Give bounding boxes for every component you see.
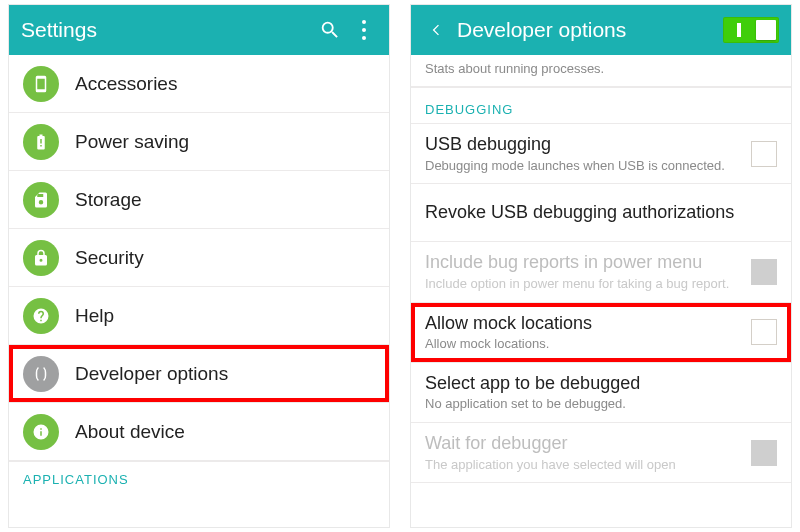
item-revoke-usb-auth[interactable]: Revoke USB debugging authorizations [411,184,791,242]
item-subtitle: Include option in power menu for taking … [425,276,741,292]
settings-item-developer-options[interactable]: Developer options [9,345,389,403]
settings-item-label: About device [75,421,185,443]
search-icon[interactable] [317,17,343,43]
checkbox[interactable] [751,319,777,345]
settings-item-label: Developer options [75,363,228,385]
about-icon [23,414,59,450]
item-subtitle: Stats about running processes. [425,61,777,77]
devopts-master-toggle[interactable] [723,17,779,43]
devopts-appbar: Developer options [411,5,791,55]
item-title: Allow mock locations [425,313,741,335]
accessories-icon [23,66,59,102]
section-applications: APPLICATIONS [9,461,389,493]
item-allow-mock-locations[interactable]: Allow mock locations Allow mock location… [411,303,791,363]
checkbox-disabled [751,259,777,285]
item-select-debug-app[interactable]: Select app to be debugged No application… [411,363,791,423]
settings-title: Settings [21,18,309,42]
settings-list: Accessories Power saving Storage Securit… [9,55,389,527]
item-bug-reports-power-menu: Include bug reports in power menu Includ… [411,242,791,302]
checkbox-disabled [751,440,777,466]
settings-item-storage[interactable]: Storage [9,171,389,229]
settings-appbar: Settings [9,5,389,55]
developer-options-screen: Developer options Process stats Stats ab… [410,4,792,528]
settings-item-power-saving[interactable]: Power saving [9,113,389,171]
overflow-menu-icon[interactable] [351,17,377,43]
item-title: Select app to be debugged [425,373,777,395]
back-icon[interactable] [423,17,449,43]
settings-screen: Settings Accessories Power saving Storag… [8,4,390,528]
settings-item-label: Security [75,247,144,269]
item-title: Wait for debugger [425,433,741,455]
settings-item-about-device[interactable]: About device [9,403,389,461]
settings-item-label: Help [75,305,114,327]
battery-icon [23,124,59,160]
settings-item-label: Storage [75,189,142,211]
item-usb-debugging[interactable]: USB debugging Debugging mode launches wh… [411,124,791,184]
settings-item-accessories[interactable]: Accessories [9,55,389,113]
developer-icon [23,356,59,392]
item-title: Include bug reports in power menu [425,252,741,274]
item-wait-for-debugger: Wait for debugger The application you ha… [411,423,791,483]
devopts-title: Developer options [457,18,715,42]
storage-icon [23,182,59,218]
settings-item-label: Power saving [75,131,189,153]
checkbox[interactable] [751,141,777,167]
security-icon [23,240,59,276]
item-title: Revoke USB debugging authorizations [425,202,777,224]
item-title: Process stats [425,55,777,59]
devopts-list: Process stats Stats about running proces… [411,55,791,527]
item-subtitle: Debugging mode launches when USB is conn… [425,158,741,174]
item-subtitle: The application you have selected will o… [425,457,741,473]
section-debugging: DEBUGGING [411,87,791,124]
item-process-stats[interactable]: Process stats Stats about running proces… [411,55,791,87]
item-subtitle: Allow mock locations. [425,336,741,352]
settings-item-help[interactable]: Help [9,287,389,345]
settings-item-label: Accessories [75,73,177,95]
help-icon [23,298,59,334]
item-title: USB debugging [425,134,741,156]
item-subtitle: No application set to be debugged. [425,396,777,412]
settings-item-security[interactable]: Security [9,229,389,287]
